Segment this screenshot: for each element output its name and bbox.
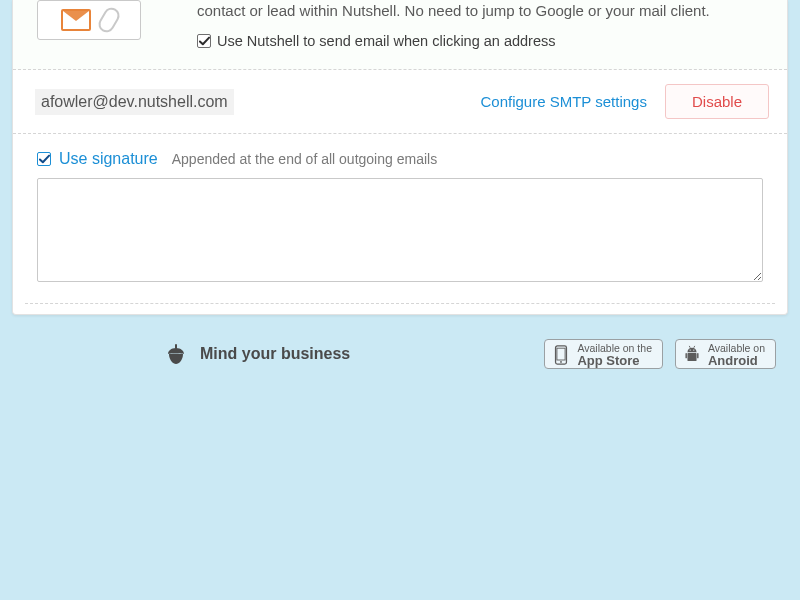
- use-signature-checkbox[interactable]: [37, 152, 51, 166]
- svg-point-4: [693, 350, 694, 351]
- use-signature-label[interactable]: Use signature: [59, 150, 158, 168]
- signature-desc: Appended at the end of all outgoing emai…: [172, 151, 437, 167]
- signature-section: Use signature Appended at the end of all…: [13, 134, 787, 293]
- svg-rect-6: [685, 353, 686, 358]
- smtp-account-row: afowler@dev.nutshell.com Configure SMTP …: [13, 70, 787, 134]
- badge-line2: App Store: [577, 354, 652, 368]
- badge-line2: Android: [708, 354, 765, 368]
- checkbox-icon: [197, 34, 211, 48]
- nutshell-logo-icon: [164, 342, 188, 366]
- svg-line-8: [689, 346, 690, 348]
- svg-point-3: [690, 350, 691, 351]
- email-preference-desc: contact or lead within Nutshell. No need…: [197, 0, 763, 21]
- use-nutshell-email-checkbox[interactable]: Use Nutshell to send email when clicking…: [197, 31, 763, 51]
- page-footer: Mind your business Available on the App …: [0, 315, 800, 369]
- svg-rect-5: [687, 353, 696, 361]
- configure-smtp-link[interactable]: Configure SMTP settings: [481, 93, 647, 110]
- checkbox-label: Use Nutshell to send email when clicking…: [217, 31, 556, 51]
- footer-tagline: Mind your business: [200, 345, 350, 363]
- app-store-badge[interactable]: Available on the App Store: [544, 339, 663, 369]
- phone-icon: [553, 345, 569, 365]
- svg-rect-1: [557, 348, 565, 360]
- svg-rect-7: [697, 353, 698, 358]
- android-icon: [684, 345, 700, 365]
- android-badge[interactable]: Available on Android: [675, 339, 776, 369]
- email-preference-section: contact or lead within Nutshell. No need…: [13, 0, 787, 70]
- svg-point-2: [561, 361, 563, 363]
- smtp-email: afowler@dev.nutshell.com: [35, 89, 234, 115]
- settings-card: contact or lead within Nutshell. No need…: [12, 0, 788, 315]
- signature-textarea[interactable]: [37, 178, 763, 282]
- svg-line-9: [694, 346, 695, 348]
- email-attachment-icon: [37, 0, 141, 40]
- disable-button[interactable]: Disable: [665, 84, 769, 119]
